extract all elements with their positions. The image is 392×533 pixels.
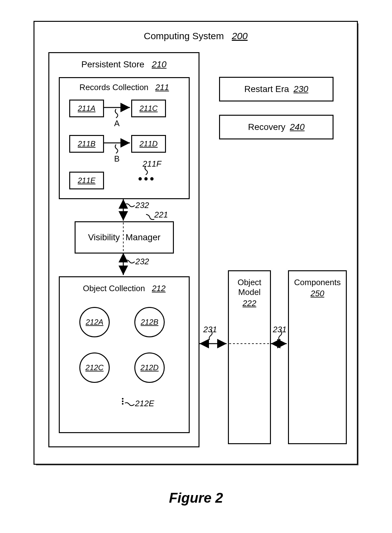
horizontal-arrows [34,22,357,464]
horiz-arrow-left-label: 231 [203,325,217,334]
computing-system-box: Computing System 200 Persistent Store 21… [34,21,358,465]
horiz-arrow-right-label: 231 [273,325,286,334]
figure-caption: Figure 2 [0,490,392,506]
